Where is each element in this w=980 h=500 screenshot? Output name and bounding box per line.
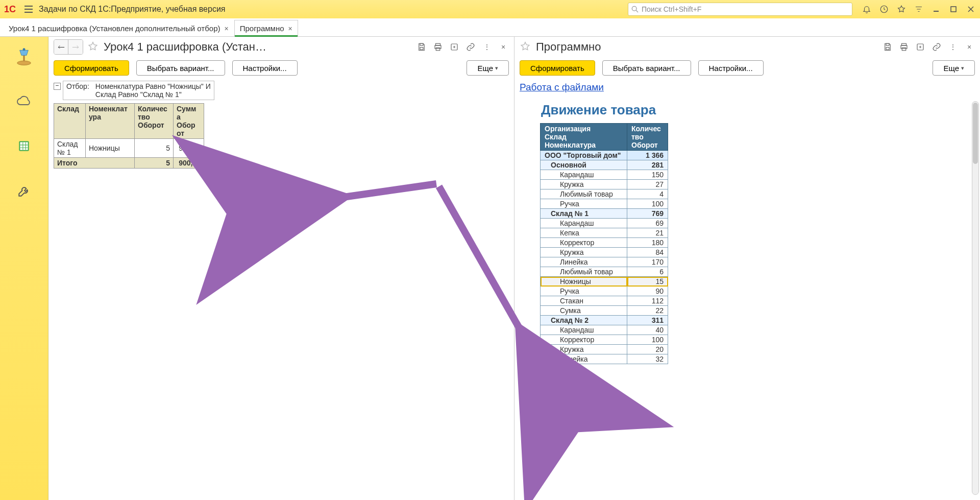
table-row[interactable]: Сумка22: [541, 306, 668, 316]
run-button[interactable]: Сформировать: [54, 60, 129, 76]
left-toolbar: Сформировать Выбрать вариант... Настройк…: [48, 57, 514, 81]
save-icon[interactable]: [416, 41, 427, 53]
minimize-button[interactable]: [931, 4, 941, 14]
print-icon[interactable]: [432, 41, 444, 53]
table-row[interactable]: Ножницы15: [541, 277, 668, 287]
table-row[interactable]: Корректор100: [541, 335, 668, 345]
table-row[interactable]: Ручка90: [541, 287, 668, 296]
close-pane-icon[interactable]: ×: [964, 41, 975, 53]
table-row[interactable]: ООО "Торговый дом"1 366: [541, 151, 668, 160]
link-icon[interactable]: [465, 41, 476, 53]
right-report-table: Организация Склад Номенклатура Количеств…: [540, 123, 668, 364]
table-row[interactable]: Линейка170: [541, 257, 668, 267]
bell-icon[interactable]: [862, 4, 872, 14]
cell: Карандаш: [541, 219, 627, 228]
save-icon[interactable]: [882, 41, 893, 53]
export-icon[interactable]: [915, 41, 926, 53]
main-menu-button[interactable]: [22, 3, 35, 15]
cell: 20: [627, 345, 668, 354]
tab-programmno[interactable]: Программно ×: [234, 20, 298, 36]
nav-back-button[interactable]: 🡐: [54, 40, 68, 54]
titlebar: 1С Задачи по СКД 1С:Предприятие, учебная…: [0, 0, 980, 18]
table-row[interactable]: Склад № 1 Ножницы 5 900,00: [54, 139, 204, 158]
cell: 900,00: [174, 139, 204, 158]
variant-button[interactable]: Выбрать вариант...: [602, 60, 691, 76]
desk-lamp-icon[interactable]: [14, 46, 34, 66]
star-icon[interactable]: [896, 4, 906, 14]
close-window-button[interactable]: [966, 4, 976, 14]
table-row[interactable]: Склад № 2311: [541, 316, 668, 325]
cell: Сумка: [541, 306, 627, 316]
right-pane-title: Программно: [536, 40, 878, 54]
cell: 40: [627, 325, 668, 335]
favorite-star-icon[interactable]: [520, 41, 532, 53]
right-header-icons: ⋮ ×: [882, 41, 975, 53]
export-icon[interactable]: [449, 41, 460, 53]
global-search[interactable]: Поиск Ctrl+Shift+F: [628, 3, 852, 16]
link-icon[interactable]: [931, 41, 942, 53]
cell: Карандаш: [541, 325, 627, 335]
cell: 84: [627, 248, 668, 257]
run-button[interactable]: Сформировать: [520, 60, 595, 76]
filter-label: Отбор:: [63, 81, 92, 100]
cell: 180: [627, 238, 668, 248]
svg-point-0: [632, 6, 636, 11]
table-row[interactable]: Карандаш150: [541, 170, 668, 180]
maximize-button[interactable]: [948, 4, 959, 14]
main-area: 🡐 🡒 Урок4 1 расшифровка (Устан… ⋮ × С: [0, 37, 980, 500]
nav-forward-button[interactable]: 🡒: [68, 40, 83, 54]
tab-label: Урок4 1 расшифровка (Установлен дополнит…: [9, 24, 220, 33]
cell: 4: [627, 189, 668, 199]
cell: 769: [627, 209, 668, 219]
cell: Корректор: [541, 335, 627, 345]
cell: 15: [627, 277, 668, 287]
table-row[interactable]: Карандаш40: [541, 325, 668, 335]
tabstrip: Урок4 1 расшифровка (Установлен дополнит…: [0, 18, 980, 37]
table-row[interactable]: Кепка21: [541, 228, 668, 238]
table-row[interactable]: Ручка100: [541, 199, 668, 209]
scrollbar[interactable]: [972, 101, 979, 495]
cloud-icon[interactable]: [14, 91, 34, 111]
more-button[interactable]: Еще: [467, 60, 509, 76]
table-row[interactable]: Кружка84: [541, 248, 668, 257]
table-row[interactable]: Линейка32: [541, 354, 668, 364]
table-row[interactable]: Стакан112: [541, 296, 668, 306]
cell: 21: [627, 228, 668, 238]
cell: 112: [627, 296, 668, 306]
tree-collapse-icon[interactable]: −: [54, 83, 61, 90]
table-row[interactable]: Основной281: [541, 160, 668, 170]
files-link[interactable]: Работа с файлами: [520, 81, 604, 99]
tab-close-icon[interactable]: ×: [288, 25, 292, 33]
settings-button[interactable]: Настройки...: [698, 60, 764, 76]
close-pane-icon[interactable]: ×: [498, 41, 509, 53]
table-row[interactable]: Любимый товар4: [541, 189, 668, 199]
table-row[interactable]: Корректор180: [541, 238, 668, 248]
more-button[interactable]: Еще: [933, 60, 975, 76]
favorite-star-icon[interactable]: [87, 41, 100, 53]
table-row[interactable]: Склад № 1769: [541, 209, 668, 219]
tab-close-icon[interactable]: ×: [225, 25, 229, 33]
svg-rect-4: [951, 7, 956, 12]
left-pane-title: Урок4 1 расшифровка (Устан…: [104, 40, 412, 54]
filter-icon[interactable]: [914, 4, 924, 14]
spreadsheet-icon[interactable]: [14, 136, 34, 156]
kebab-icon[interactable]: ⋮: [947, 41, 959, 53]
print-icon[interactable]: [898, 41, 910, 53]
table-row[interactable]: Кружка20: [541, 345, 668, 354]
kebab-icon[interactable]: ⋮: [481, 41, 493, 53]
history-icon[interactable]: [879, 4, 889, 14]
cell: Кружка: [541, 248, 627, 257]
table-row[interactable]: Карандаш69: [541, 219, 668, 228]
table-row[interactable]: Кружка27: [541, 180, 668, 189]
tab-lesson4[interactable]: Урок4 1 расшифровка (Установлен дополнит…: [3, 20, 234, 36]
scrollbar-thumb[interactable]: [973, 103, 978, 164]
cell: 100: [627, 199, 668, 209]
cell: 32: [627, 354, 668, 364]
svg-rect-14: [436, 48, 440, 51]
filter-line: Номенклатура Равно "Ножницы" И: [95, 82, 211, 90]
variant-button[interactable]: Выбрать вариант...: [136, 60, 225, 76]
table-row[interactable]: Любимый товар6: [541, 267, 668, 277]
wrench-icon[interactable]: [14, 181, 34, 201]
settings-button[interactable]: Настройки...: [232, 60, 298, 76]
total-qty: 5: [135, 158, 174, 169]
